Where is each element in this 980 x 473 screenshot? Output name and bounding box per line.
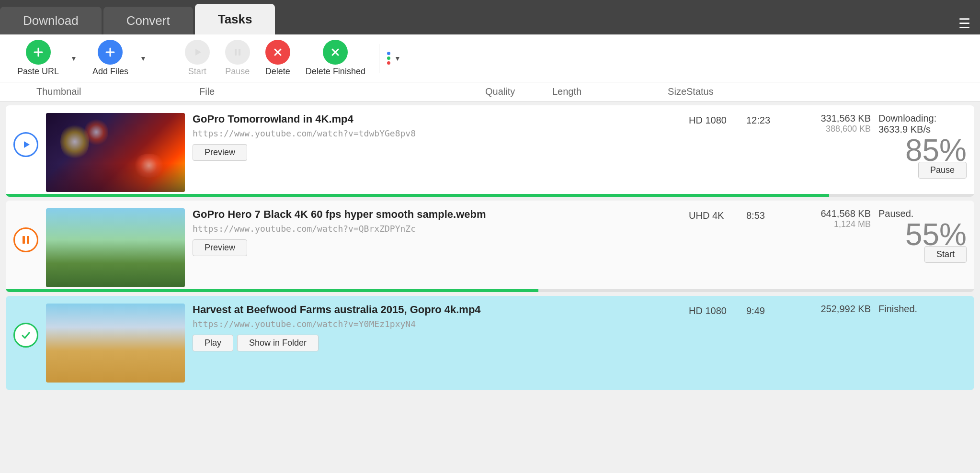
task2-progress-bar	[6, 289, 974, 292]
task1-pause-button[interactable]: Pause	[918, 162, 967, 179]
delete-finished-button[interactable]: Delete Finished	[300, 38, 371, 79]
svg-marker-15	[24, 141, 30, 148]
add-files-icon	[98, 40, 123, 65]
task2-actions: Preview	[193, 239, 681, 262]
task2-meta: UHD 4K 8:53 641,568 KB 1,124 MB Paused. …	[689, 208, 967, 270]
three-dots-icon	[387, 52, 390, 65]
delete-finished-icon	[323, 40, 348, 65]
task2-url: https://www.youtube.com/watch?v=QBrxZDPY…	[193, 224, 681, 234]
toolbar: Paste URL ▼ Add Files ▼ Start Pause Dele…	[0, 34, 980, 82]
task2-start-button[interactable]: Start	[924, 246, 967, 263]
task2-length: 8:53	[746, 208, 794, 221]
task1-title: GoPro Tomorrowland in 4K.mp4	[193, 113, 681, 125]
task2-progress-fill	[6, 289, 538, 292]
toolbar-separator	[379, 44, 379, 73]
top-bar: Download Convert Tasks ☰	[0, 0, 980, 34]
task2-title: GoPro Hero 7 Black 4K 60 fps hyper smoot…	[193, 208, 681, 221]
top-bar-right: ☰	[958, 17, 980, 34]
task3-show-in-folder-button[interactable]: Show in Folder	[237, 335, 319, 351]
task1-status-label: Downloading: 3633.9 KB/s	[878, 113, 967, 135]
task2-status-area: Paused. 55%	[871, 208, 967, 250]
table-header: Thumbnail File Quality Length Size Statu…	[0, 82, 980, 101]
tasks-container: GoPro Tomorrowland in 4K.mp4 https://www…	[0, 101, 980, 394]
task3-length: 9:49	[746, 304, 794, 316]
task1-thumbnail	[46, 113, 185, 192]
task1-action-right: Pause	[689, 162, 967, 185]
task3-play-button[interactable]: Play	[193, 335, 233, 351]
col-header-empty	[8, 86, 36, 97]
task3-quality: HD 1080	[689, 304, 746, 316]
task1-percent: 85%	[878, 135, 967, 166]
extra-options[interactable]: ▼	[387, 52, 403, 65]
col-header-status: Status	[686, 86, 972, 97]
task3-status-label: Finished.	[878, 304, 967, 315]
task1-quality: HD 1080	[689, 113, 746, 126]
start-button[interactable]: Start	[179, 38, 216, 79]
paste-url-dropdown[interactable]: ▼	[68, 53, 79, 64]
task1-preview-button[interactable]: Preview	[193, 144, 247, 161]
task3-size: 252,992 KB	[794, 304, 871, 315]
task3-actions: Play Show in Folder	[193, 335, 681, 357]
svg-rect-7	[235, 49, 237, 56]
task2-details: GoPro Hero 7 Black 4K 60 fps hyper smoot…	[193, 208, 681, 262]
col-header-file: File	[199, 86, 485, 97]
task2-preview-button[interactable]: Preview	[193, 239, 247, 256]
col-header-size: Size	[610, 86, 686, 97]
paste-url-icon	[26, 40, 51, 65]
task1-progress-fill	[6, 194, 829, 197]
task1-meta: HD 1080 12:23 331,563 KB 388,600 KB Down…	[689, 113, 967, 185]
task-row: GoPro Tomorrowland in 4K.mp4 https://www…	[6, 105, 974, 197]
task3-details: Harvest at Beefwood Farms australia 2015…	[193, 304, 681, 357]
menu-icon[interactable]: ☰	[958, 17, 970, 31]
task2-percent: 55%	[878, 219, 967, 250]
svg-rect-8	[239, 49, 240, 56]
svg-marker-6	[195, 49, 201, 56]
task1-url: https://www.youtube.com/watch?v=tdwbYGe8…	[193, 128, 681, 138]
task1-status-icon[interactable]	[13, 132, 38, 157]
delete-icon	[265, 40, 290, 65]
task-row: GoPro Hero 7 Black 4K 60 fps hyper smoot…	[6, 201, 974, 292]
task2-size: 641,568 KB 1,124 MB	[794, 208, 871, 229]
col-header-thumbnail: Thumbnail	[36, 86, 199, 97]
task1-size: 331,563 KB 388,600 KB	[794, 113, 871, 134]
add-files-dropdown[interactable]: ▼	[138, 53, 148, 64]
task1-progress-bar	[6, 194, 974, 197]
task1-details: GoPro Tomorrowland in 4K.mp4 https://www…	[193, 113, 681, 167]
task1-status-area: Downloading: 3633.9 KB/s 85%	[871, 113, 967, 166]
delete-button[interactable]: Delete	[260, 38, 296, 79]
task3-meta: HD 1080 9:49 252,992 KB Finished.	[689, 304, 967, 316]
tab-convert[interactable]: Convert	[103, 7, 193, 34]
svg-rect-17	[27, 236, 29, 244]
tab-download[interactable]: Download	[0, 7, 102, 34]
task-row: Harvest at Beefwood Farms australia 2015…	[6, 296, 974, 390]
extra-dropdown-arrow[interactable]: ▼	[392, 53, 403, 64]
tab-tasks[interactable]: Tasks	[195, 4, 275, 34]
task2-status-icon[interactable]	[13, 227, 38, 252]
task3-url: https://www.youtube.com/watch?v=Y0MEz1px…	[193, 319, 681, 329]
add-files-button[interactable]: Add Files	[87, 38, 134, 79]
col-header-quality: Quality	[485, 86, 552, 97]
task3-status-icon[interactable]	[13, 323, 38, 348]
task1-length: 12:23	[746, 113, 794, 126]
task3-title: Harvest at Beefwood Farms australia 2015…	[193, 304, 681, 316]
task3-thumbnail	[46, 304, 185, 383]
task2-quality: UHD 4K	[689, 208, 746, 221]
start-icon	[185, 40, 210, 65]
pause-button[interactable]: Pause	[219, 38, 256, 79]
task2-thumbnail	[46, 208, 185, 287]
task3-status-area: Finished.	[871, 304, 967, 315]
task1-actions: Preview	[193, 144, 681, 167]
task2-action-right: Start	[689, 246, 967, 270]
svg-rect-16	[23, 236, 25, 244]
paste-url-button[interactable]: Paste URL	[11, 38, 65, 79]
col-header-length: Length	[552, 86, 610, 97]
pause-icon	[225, 40, 250, 65]
